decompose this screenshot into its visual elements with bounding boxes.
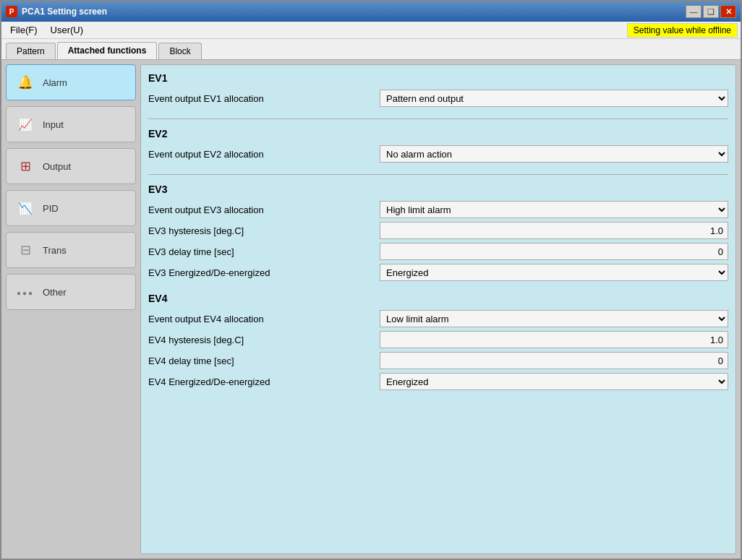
ev4-allocation-select[interactable]: Pattern end output No alarm action High … [380, 310, 728, 327]
nav-pid[interactable]: PID [6, 190, 136, 226]
ev4-row2-control [380, 331, 728, 348]
ev4-row4-label: EV4 Energized/De-energized [148, 376, 380, 387]
output-icon [15, 156, 35, 176]
ev4-row3: EV4 delay time [sec] [148, 352, 728, 369]
ev4-title: EV4 [148, 293, 728, 304]
window-title: PCA1 Setting screen [22, 7, 681, 17]
right-panel: EV1 Event output EV1 allocation Pattern … [140, 64, 736, 554]
ev2-row1-label: Event output EV2 allocation [148, 149, 380, 160]
input-icon [15, 114, 35, 134]
content-area: Alarm Input Output PID Trans Other [1, 60, 741, 559]
nav-other-label: Other [43, 287, 67, 298]
ev2-section: EV2 Event output EV2 allocation Pattern … [148, 128, 728, 163]
ev3-row2-control [380, 222, 728, 239]
ev1-row1-control: Pattern end output No alarm action High … [380, 90, 728, 107]
ev3-row1-label: Event output EV3 allocation [148, 204, 380, 215]
ev1-allocation-select[interactable]: Pattern end output No alarm action High … [380, 90, 728, 107]
ev4-row4-control: Energized De-energized [380, 373, 728, 390]
nav-output-label: Output [43, 161, 71, 172]
title-bar: P PCA1 Setting screen — ❑ ✕ [1, 1, 741, 22]
ev3-row3-control [380, 243, 728, 260]
left-panel: Alarm Input Output PID Trans Other [6, 64, 136, 554]
ev4-row3-label: EV4 delay time [sec] [148, 356, 380, 366]
trans-icon [15, 240, 35, 260]
ev4-hysteresis-input[interactable] [380, 331, 728, 348]
restore-button[interactable]: ❑ [703, 5, 719, 18]
alarm-icon [15, 72, 35, 92]
ev3-row2: EV3 hysteresis [deg.C] [148, 222, 728, 239]
divider-ev1-ev2 [148, 119, 728, 119]
ev4-row1: Event output EV4 allocation Pattern end … [148, 310, 728, 327]
other-icon [15, 282, 35, 302]
tab-attached-functions[interactable]: Attached functions [57, 42, 158, 59]
ev3-energized-select[interactable]: Energized De-energized [380, 264, 728, 281]
ev3-row4: EV3 Energized/De-energized Energized De-… [148, 264, 728, 281]
file-menu[interactable]: File(F) [4, 23, 43, 37]
ev3-row1-control: Pattern end output No alarm action High … [380, 201, 728, 218]
ev2-row1-control: Pattern end output No alarm action High … [380, 145, 728, 163]
menu-bar: File(F) User(U) Setting value while offl… [1, 22, 741, 39]
minimize-button[interactable]: — [686, 5, 702, 18]
ev3-row2-label: EV3 hysteresis [deg.C] [148, 225, 380, 236]
main-window: P PCA1 Setting screen — ❑ ✕ File(F) User… [0, 0, 742, 560]
ev3-row3-label: EV3 delay time [sec] [148, 246, 380, 257]
nav-output[interactable]: Output [6, 148, 136, 184]
ev3-row4-label: EV3 Energized/De-energized [148, 267, 380, 278]
nav-alarm[interactable]: Alarm [6, 64, 136, 100]
ev4-row4: EV4 Energized/De-energized Energized De-… [148, 373, 728, 390]
close-button[interactable]: ✕ [720, 5, 736, 18]
ev4-delaytime-input[interactable] [380, 352, 728, 369]
ev1-row1: Event output EV1 allocation Pattern end … [148, 90, 728, 107]
nav-pid-label: PID [43, 203, 59, 214]
ev3-allocation-select[interactable]: Pattern end output No alarm action High … [380, 201, 728, 218]
ev4-energized-select[interactable]: Energized De-energized [380, 373, 728, 390]
ev4-row2: EV4 hysteresis [deg.C] [148, 331, 728, 348]
tab-block[interactable]: Block [158, 43, 201, 59]
ev4-section: EV4 Event output EV4 allocation Pattern … [148, 293, 728, 390]
ev3-row1: Event output EV3 allocation Pattern end … [148, 201, 728, 218]
ev3-title: EV3 [148, 184, 728, 195]
ev1-section: EV1 Event output EV1 allocation Pattern … [148, 72, 728, 107]
title-bar-buttons: — ❑ ✕ [686, 5, 736, 18]
ev3-row3: EV3 delay time [sec] [148, 243, 728, 260]
ev4-row3-control [380, 352, 728, 369]
nav-trans-label: Trans [43, 245, 67, 256]
tabs-bar: Pattern Attached functions Block [1, 39, 741, 60]
nav-input-label: Input [43, 119, 64, 130]
ev3-delaytime-input[interactable] [380, 243, 728, 260]
ev2-title: EV2 [148, 128, 728, 139]
ev3-hysteresis-input[interactable] [380, 222, 728, 239]
nav-input[interactable]: Input [6, 106, 136, 142]
ev4-row2-label: EV4 hysteresis [deg.C] [148, 335, 380, 345]
ev1-row1-label: Event output EV1 allocation [148, 93, 380, 104]
ev2-allocation-select[interactable]: Pattern end output No alarm action High … [380, 145, 728, 163]
user-menu[interactable]: User(U) [45, 23, 90, 37]
nav-alarm-label: Alarm [43, 77, 67, 88]
divider-ev2-ev3 [148, 174, 728, 175]
app-icon: P [6, 6, 17, 17]
ev3-section: EV3 Event output EV3 allocation Pattern … [148, 184, 728, 281]
ev3-row4-control: Energized De-energized [380, 264, 728, 281]
ev4-row1-control: Pattern end output No alarm action High … [380, 310, 728, 327]
nav-other[interactable]: Other [6, 274, 136, 310]
ev1-title: EV1 [148, 72, 728, 84]
ev2-row1: Event output EV2 allocation Pattern end … [148, 145, 728, 163]
pid-icon [15, 198, 35, 218]
nav-trans[interactable]: Trans [6, 232, 136, 268]
ev4-row1-label: Event output EV4 allocation [148, 314, 380, 324]
offline-badge: Setting value while offline [627, 23, 738, 38]
tab-pattern[interactable]: Pattern [6, 43, 56, 59]
